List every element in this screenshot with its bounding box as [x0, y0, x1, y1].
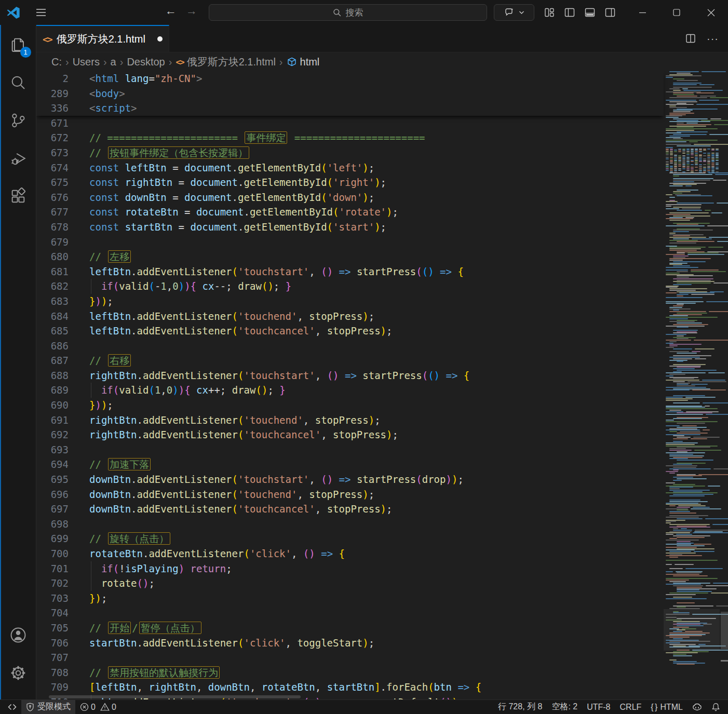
code-line[interactable]: 695downBtn.addEventListener('touchstart'… — [36, 472, 664, 487]
code-line[interactable]: 697downBtn.addEventListener('touchcancel… — [36, 502, 664, 517]
line-number: 709 — [36, 680, 69, 695]
toggle-primary-sidebar-icon[interactable] — [563, 6, 576, 19]
code-line[interactable]: 703}); — [36, 591, 664, 606]
code-line[interactable]: 671 — [36, 116, 664, 131]
extensions-icon[interactable] — [6, 184, 31, 209]
line-number: 691 — [36, 413, 69, 428]
menu-hamburger-icon[interactable] — [35, 7, 47, 18]
toggle-secondary-sidebar-icon[interactable] — [604, 6, 616, 19]
nav-back-icon[interactable]: ← — [165, 4, 177, 18]
breadcrumb-desktop[interactable]: Desktop — [127, 56, 165, 68]
code-line[interactable]: 704 — [36, 605, 664, 621]
source-control-icon[interactable] — [6, 108, 31, 133]
code-line[interactable]: 701 if(!isPlaying) return; — [36, 561, 664, 576]
code-line[interactable]: 681leftBtn.addEventListener('touchstart'… — [36, 264, 664, 279]
code-line[interactable]: 682 if(valid(-1,0)){ cx--; draw(); } — [36, 279, 664, 294]
restricted-mode-item[interactable]: 受限模式 — [21, 700, 75, 714]
code-line[interactable]: 336<script> — [36, 101, 664, 116]
code-line[interactable]: 673// 按钮事件绑定（包含长按逻辑） — [36, 145, 664, 160]
code-line[interactable]: 674const leftBtn = document.getElementBy… — [36, 160, 664, 176]
code-line[interactable]: 706startBtn.addEventListener('click', to… — [36, 636, 664, 651]
vertical-scrollbar-thumb[interactable] — [721, 612, 728, 649]
code-line[interactable]: 692rightBtn.addEventListener('touchcance… — [36, 427, 664, 442]
breadcrumb-symbol-html[interactable]: html — [287, 56, 320, 68]
code-line[interactable]: 693 — [36, 442, 664, 457]
code-line[interactable]: 680// 左移 — [36, 249, 664, 264]
account-icon[interactable] — [6, 623, 31, 648]
eol-item[interactable]: CRLF — [615, 700, 646, 714]
explorer-icon[interactable]: 1 — [6, 32, 31, 57]
code-line[interactable]: 705// 开始/暂停（点击） — [36, 621, 664, 636]
split-editor-icon[interactable] — [685, 33, 696, 44]
copilot-status-item[interactable] — [687, 700, 707, 714]
breadcrumb-separator: › — [62, 56, 73, 68]
code-line[interactable]: 707 — [36, 650, 664, 665]
run-debug-icon[interactable] — [6, 146, 31, 171]
horizontal-scrollbar-thumb[interactable] — [49, 695, 301, 698]
window-minimize-button[interactable] — [625, 0, 659, 25]
breadcrumb-drive[interactable]: C: — [51, 56, 62, 68]
more-actions-icon[interactable]: ··· — [707, 33, 719, 45]
code-line[interactable]: 289<body> — [36, 86, 664, 101]
modified-dot-icon[interactable] — [157, 36, 163, 42]
window-close-button[interactable] — [694, 0, 728, 25]
remote-indicator[interactable] — [3, 700, 21, 714]
code-line[interactable]: 702 rotate(); — [36, 576, 664, 591]
line-number: 672 — [36, 130, 69, 145]
code-line[interactable]: 684leftBtn.addEventListener('touchend', … — [36, 309, 664, 324]
line-number: 689 — [36, 383, 69, 398]
code-line[interactable]: 685leftBtn.addEventListener('touchcancel… — [36, 324, 664, 339]
problems-item[interactable]: 0 0 — [75, 700, 121, 714]
sticky-scroll[interactable]: 2<html lang="zh-CN">289<body>336<script> — [36, 71, 664, 116]
search-view-icon[interactable] — [6, 70, 31, 95]
code-line[interactable]: 694// 加速下落 — [36, 457, 664, 472]
customize-layout-icon[interactable] — [543, 6, 556, 19]
code-line[interactable]: 687// 右移 — [36, 353, 664, 368]
code-line[interactable]: 676const downBtn = document.getElementBy… — [36, 190, 664, 205]
settings-gear-icon[interactable] — [6, 661, 31, 685]
remote-icon — [8, 703, 17, 711]
breadcrumb-a[interactable]: a — [111, 56, 116, 68]
copilot-button[interactable] — [494, 4, 534, 21]
tab-tetris-html[interactable]: <> 俄罗斯方块2.1.html — [36, 25, 169, 52]
code-line[interactable]: 691rightBtn.addEventListener('touchend',… — [36, 413, 664, 428]
nav-forward-icon[interactable]: → — [186, 4, 197, 18]
code-line[interactable]: 678const startBtn = document.getElementB… — [36, 220, 664, 235]
code-line[interactable]: 689 if(valid(1,0)){ cx++; draw(); } — [36, 383, 664, 398]
language-mode-item[interactable]: { } HTML — [646, 700, 687, 714]
code-line[interactable]: 683})); — [36, 294, 664, 309]
encoding-item[interactable]: UTF-8 — [582, 700, 615, 714]
code-line[interactable]: 677const rotateBtn = document.getElement… — [36, 205, 664, 220]
code-line[interactable]: 690})); — [36, 398, 664, 413]
line-number: 681 — [36, 264, 69, 279]
window-maximize-button[interactable] — [659, 0, 694, 25]
code-line[interactable]: 698 — [36, 517, 664, 532]
code-line[interactable]: 686 — [36, 339, 664, 354]
minimap-viewport[interactable] — [664, 609, 720, 651]
line-text: <body> — [69, 86, 125, 101]
indentation-item[interactable]: 空格: 2 — [547, 700, 582, 714]
search-placeholder: 搜索 — [346, 7, 363, 19]
line-number: 694 — [36, 457, 69, 472]
code-line[interactable]: 672// ====================== 事件绑定 ======… — [36, 130, 664, 145]
code-line[interactable]: 675const rightBtn = document.getElementB… — [36, 175, 664, 190]
line-text: // 按钮事件绑定（包含长按逻辑） — [69, 145, 250, 160]
code-line[interactable]: 708// 禁用按钮的默认触摸行为 — [36, 665, 664, 680]
code-line[interactable]: 709[leftBtn, rightBtn, downBtn, rotateBt… — [36, 680, 664, 695]
breadcrumb-users[interactable]: Users — [73, 56, 100, 68]
command-center-search[interactable]: 搜索 — [209, 4, 487, 21]
breadcrumb-file[interactable]: <> 俄罗斯方块2.1.html — [176, 55, 275, 69]
minimap[interactable] — [664, 71, 728, 699]
cursor-position-item[interactable]: 行 728, 列 8 — [493, 700, 547, 714]
overview-ruler-marker — [721, 660, 728, 662]
code-editor[interactable]: 671672// ====================== 事件绑定 ===… — [36, 71, 728, 699]
code-line[interactable]: 699// 旋转（点击） — [36, 531, 664, 546]
code-line[interactable]: 688rightBtn.addEventListener('touchstart… — [36, 368, 664, 383]
notifications-bell-item[interactable] — [707, 700, 725, 714]
toggle-panel-icon[interactable] — [584, 6, 596, 19]
copilot-icon — [692, 703, 702, 711]
code-line[interactable]: 700rotateBtn.addEventListener('click', (… — [36, 546, 664, 561]
code-line[interactable]: 2<html lang="zh-CN"> — [36, 71, 664, 86]
code-line[interactable]: 696downBtn.addEventListener('touchend', … — [36, 487, 664, 502]
code-line[interactable]: 679 — [36, 235, 664, 250]
